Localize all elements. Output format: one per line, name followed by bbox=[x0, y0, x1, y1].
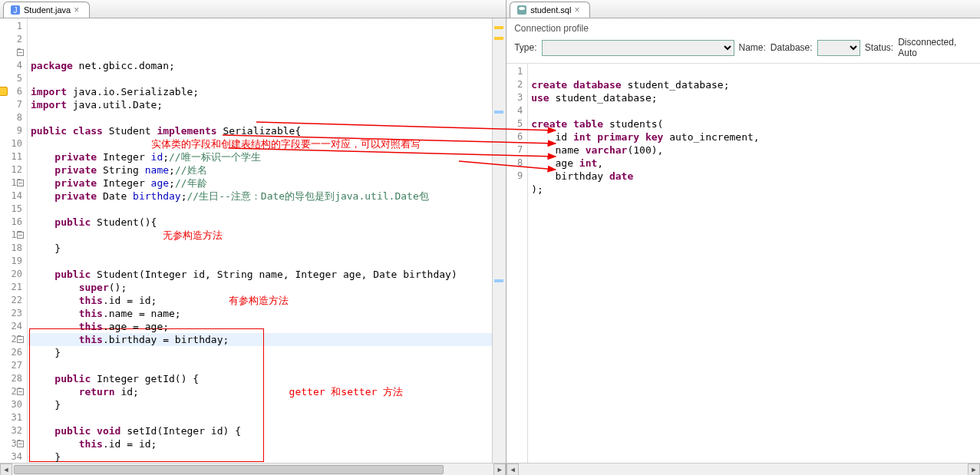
fold-icon[interactable]: − bbox=[17, 336, 24, 343]
fold-icon[interactable]: − bbox=[17, 180, 24, 186]
database-label: Database: bbox=[770, 42, 813, 53]
java-file-icon: J bbox=[10, 5, 21, 15]
annotation-arg: 有参构造方法 bbox=[229, 295, 289, 306]
annotation-noarg: 无参构造方法 bbox=[163, 229, 223, 241]
sql-code-area[interactable]: create database student_database; use st… bbox=[528, 64, 980, 463]
fold-icon[interactable]: − bbox=[17, 440, 24, 447]
tab-bar-right: student.sql × bbox=[506, 0, 980, 18]
horizontal-scrollbar[interactable]: ◄ ► bbox=[506, 463, 980, 475]
status-label: Status: bbox=[865, 42, 893, 53]
connection-profile-title: Connection profile bbox=[514, 23, 972, 34]
overview-ruler[interactable] bbox=[492, 18, 506, 463]
sql-file-icon bbox=[516, 5, 527, 15]
java-editor-pane: J Student.java × 12 3− 45 6 789101112 13… bbox=[0, 0, 506, 475]
tab-label: student.sql bbox=[530, 5, 571, 15]
tab-student-java[interactable]: J Student.java × bbox=[3, 2, 90, 18]
fold-icon[interactable]: − bbox=[17, 388, 24, 395]
annotation-fields: 实体类的字段和创建表结构的字段要一一对应，可以对照着写 bbox=[151, 138, 421, 150]
type-label: Type: bbox=[514, 42, 536, 53]
scroll-right-arrow-icon[interactable]: ► bbox=[493, 463, 506, 475]
line-gutter: 12 3− 45 6 789101112 13− 141516 17− 1819… bbox=[0, 18, 28, 463]
horizontal-scrollbar[interactable]: ◄ ► bbox=[0, 463, 506, 475]
close-icon[interactable]: × bbox=[74, 5, 83, 15]
sql-editor-body[interactable]: 1234 56789 create database student_datab… bbox=[506, 64, 980, 463]
svg-text:J: J bbox=[14, 6, 18, 15]
type-combo[interactable] bbox=[542, 40, 734, 56]
annotation-gettersetter: getter 和setter 方法 bbox=[289, 386, 404, 397]
close-icon[interactable]: × bbox=[574, 5, 583, 15]
scrollbar-thumb[interactable] bbox=[14, 465, 444, 474]
java-code-area[interactable]: package net.gbicc.doman; import java.io.… bbox=[28, 18, 492, 463]
tab-student-sql[interactable]: student.sql × bbox=[510, 2, 590, 18]
database-combo[interactable] bbox=[817, 40, 860, 56]
fold-icon[interactable]: − bbox=[17, 49, 24, 56]
line-gutter: 1234 56789 bbox=[506, 64, 528, 463]
scroll-right-arrow-icon[interactable]: ► bbox=[968, 463, 980, 475]
name-label: Name: bbox=[739, 42, 766, 53]
java-editor-body[interactable]: 12 3− 45 6 789101112 13− 141516 17− 1819… bbox=[0, 18, 506, 463]
scroll-left-arrow-icon[interactable]: ◄ bbox=[506, 463, 519, 475]
warning-icon[interactable] bbox=[0, 87, 8, 96]
connection-profile-panel: Connection profile Type: Name: Database:… bbox=[506, 18, 980, 64]
status-value: Disconnected, Auto bbox=[898, 37, 972, 58]
sql-editor-pane: student.sql × Connection profile Type: N… bbox=[506, 0, 980, 475]
scroll-left-arrow-icon[interactable]: ◄ bbox=[0, 463, 12, 475]
fold-icon[interactable]: − bbox=[17, 232, 24, 239]
svg-point-3 bbox=[519, 7, 525, 10]
tab-label: Student.java bbox=[24, 5, 71, 15]
tab-bar-left: J Student.java × bbox=[0, 0, 506, 18]
